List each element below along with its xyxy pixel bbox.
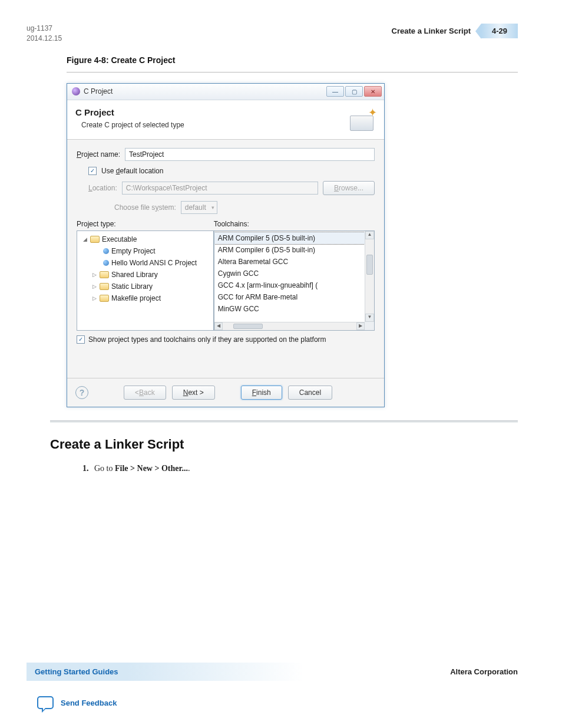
choose-filesystem-label: Choose file system: bbox=[114, 203, 176, 212]
send-feedback-link[interactable]: Send Feedback bbox=[27, 696, 518, 709]
tree-item-makefile[interactable]: ▷Makefile project bbox=[80, 292, 211, 304]
help-icon[interactable]: ? bbox=[75, 386, 88, 399]
project-name-label: Project name: bbox=[77, 150, 120, 159]
show-supported-checkbox[interactable]: ✓ bbox=[77, 335, 85, 344]
step-path: File > New > Other... bbox=[115, 464, 188, 473]
cancel-button[interactable]: Cancel bbox=[288, 386, 332, 400]
divider bbox=[67, 72, 518, 73]
step-prefix: Go to bbox=[94, 464, 115, 473]
tree-item-hello[interactable]: Hello World ANSI C Project bbox=[80, 257, 211, 269]
tree-item-empty[interactable]: Empty Project bbox=[80, 245, 211, 257]
banner-icon: ✦ bbox=[348, 107, 376, 131]
project-icon bbox=[103, 248, 109, 254]
tree-item-shared[interactable]: ▷Shared Library bbox=[80, 269, 211, 281]
page-number: 4-29 bbox=[481, 24, 518, 38]
toolchain-item[interactable]: GCC for ARM Bare-metal bbox=[214, 291, 365, 303]
toolchain-item[interactable]: ARM Compiler 5 (DS-5 built-in) bbox=[214, 232, 365, 244]
location-input: C:\Workspace\TestProject bbox=[122, 182, 318, 195]
folder-icon bbox=[100, 283, 109, 290]
header-title: Create a Linker Script bbox=[392, 27, 471, 35]
doc-number: ug-1137 bbox=[27, 24, 62, 34]
location-label: Location: bbox=[88, 184, 117, 192]
horizontal-scrollbar[interactable]: ◀ ▶ bbox=[214, 322, 365, 330]
window-title: C Project bbox=[84, 87, 326, 95]
finish-button[interactable]: Finish bbox=[241, 386, 282, 400]
project-type-tree[interactable]: ◢Executable Empty Project Hello World AN… bbox=[77, 230, 214, 331]
toolchains-list[interactable]: ARM Compiler 5 (DS-5 built-in) ARM Compi… bbox=[214, 230, 375, 331]
toolchain-item[interactable]: GCC 4.x [arm-linux-gnueabihf] ( bbox=[214, 279, 365, 291]
toolchain-item[interactable]: Cygwin GCC bbox=[214, 268, 365, 279]
minimize-button[interactable]: — bbox=[326, 86, 344, 97]
use-default-checkbox[interactable]: ✓ bbox=[88, 167, 97, 175]
folder-icon bbox=[100, 295, 109, 302]
step-1: 1. Go to File > New > Other.... bbox=[0, 452, 562, 473]
doc-id: ug-1137 2014.12.15 bbox=[27, 24, 62, 44]
next-button[interactable]: Next > bbox=[172, 386, 215, 400]
footer-corporation: Altera Corporation bbox=[450, 667, 518, 676]
maximize-button[interactable]: ▢ bbox=[345, 86, 363, 97]
project-name-input[interactable]: TestProject bbox=[125, 148, 375, 161]
filesystem-select: default bbox=[181, 201, 217, 214]
toolchain-item[interactable]: Altera Baremetal GCC bbox=[214, 256, 365, 268]
wizard-subtitle: Create C project of selected type bbox=[81, 121, 184, 129]
section-heading: Create a Linker Script bbox=[0, 423, 562, 452]
feedback-icon bbox=[37, 696, 54, 709]
folder-icon bbox=[100, 271, 109, 278]
wizard-title: C Project bbox=[75, 107, 184, 117]
browse-button[interactable]: Browse... bbox=[323, 181, 375, 195]
doc-date: 2014.12.15 bbox=[27, 34, 62, 44]
vertical-scrollbar[interactable]: ▲ ▼ bbox=[365, 231, 374, 322]
toolchains-label: Toolchains: bbox=[214, 220, 375, 228]
tree-item-static[interactable]: ▷Static Library bbox=[80, 281, 211, 292]
eclipse-icon bbox=[72, 87, 80, 95]
folder-icon bbox=[90, 236, 100, 243]
step-suffix: . bbox=[188, 464, 190, 473]
close-button[interactable]: ✕ bbox=[364, 86, 382, 97]
project-type-label: Project type: bbox=[77, 220, 214, 228]
toolchain-item[interactable]: ARM Compiler 6 (DS-5 built-in) bbox=[214, 244, 365, 256]
project-icon bbox=[103, 260, 109, 266]
figure-caption: Figure 4-8: Create C Project bbox=[0, 55, 562, 72]
use-default-label: Use default location bbox=[101, 167, 163, 175]
toolchain-item[interactable]: MinGW GCC bbox=[214, 303, 365, 315]
c-project-dialog: C Project — ▢ ✕ C Project Create C proje… bbox=[67, 83, 385, 407]
tree-item-executable[interactable]: ◢Executable bbox=[80, 233, 211, 245]
back-button[interactable]: < Back bbox=[124, 386, 166, 400]
step-number: 1. bbox=[82, 464, 89, 473]
send-feedback-label: Send Feedback bbox=[61, 699, 117, 707]
show-supported-label: Show project types and toolchains only i… bbox=[88, 335, 326, 344]
titlebar[interactable]: C Project — ▢ ✕ bbox=[67, 84, 384, 100]
footer-guides-link[interactable]: Getting Started Guides bbox=[27, 663, 127, 681]
